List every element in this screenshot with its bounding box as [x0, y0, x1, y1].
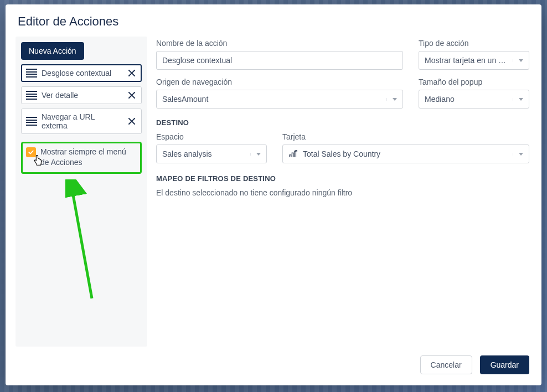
remove-action-icon[interactable] [127, 90, 137, 100]
select-popup-size[interactable]: Mediano [419, 90, 529, 109]
field-card: Tarjeta Total Sales by Country [282, 132, 529, 163]
section-head-filter-map: MAPEO DE FILTROS DE DESTINO [156, 174, 529, 183]
label-action-name: Nombre de la acción [156, 39, 403, 48]
field-nav-origin: Origen de navegación SalesAmount [156, 78, 403, 109]
chevron-down-icon [519, 153, 523, 156]
list-icon [26, 91, 37, 100]
select-value: Mediano [425, 95, 508, 104]
label-space: Espacio [156, 132, 267, 141]
chart-icon [288, 150, 298, 158]
label-card: Tarjeta [282, 132, 529, 141]
actions-editor-modal: Editor de Acciones Nueva Acción Desglose… [6, 4, 541, 385]
select-card[interactable]: Total Sales by Country [282, 145, 529, 163]
modal-title: Editor de Acciones [18, 14, 529, 29]
field-action-type: Tipo de acción Mostrar tarjeta en un … [419, 39, 529, 70]
label-nav-origin: Origen de navegación [156, 78, 403, 86]
chevron-down-icon [256, 153, 261, 156]
action-item-label: Navegar a URL externa [42, 112, 122, 130]
select-action-type[interactable]: Mostrar tarjeta en un … [419, 51, 529, 70]
chevron-down-icon [519, 98, 523, 101]
input-action-name[interactable] [156, 51, 403, 70]
remove-action-icon[interactable] [127, 68, 137, 78]
action-item-desglose[interactable]: Desglose contextual [21, 64, 142, 82]
checkbox-label: Mostrar siempre el menú de Acciones [40, 147, 136, 168]
label-popup-size: Tamaño del popup [419, 78, 529, 86]
cancel-button[interactable]: Cancelar [420, 355, 472, 374]
field-popup-size: Tamaño del popup Mediano [419, 78, 529, 109]
select-value: Sales analysis [162, 149, 246, 158]
select-nav-origin[interactable]: SalesAmount [156, 90, 403, 109]
action-item-label: Desglose contextual [42, 69, 122, 78]
modal-body: Nueva Acción Desglose contextual Ver det… [6, 37, 541, 347]
list-icon [26, 117, 37, 126]
new-action-button[interactable]: Nueva Acción [21, 42, 84, 60]
filter-note: El destino seleccionado no tiene configu… [156, 188, 529, 197]
modal-footer: Cancelar Guardar [6, 347, 541, 385]
action-item-label: Ver detalle [42, 91, 122, 100]
checkbox-checked-icon[interactable] [26, 147, 36, 157]
select-value: Mostrar tarjeta en un … [425, 56, 508, 65]
action-item-ver-detalle[interactable]: Ver detalle [21, 86, 142, 104]
chevron-down-icon [519, 59, 523, 62]
actions-sidebar: Nueva Acción Desglose contextual Ver det… [16, 37, 147, 347]
list-icon [26, 69, 37, 78]
select-space[interactable]: Sales analysis [156, 145, 267, 163]
field-space: Espacio Sales analysis [156, 132, 267, 163]
save-button[interactable]: Guardar [480, 355, 529, 374]
modal-header: Editor de Acciones [6, 4, 541, 37]
action-item-navegar-url[interactable]: Navegar a URL externa [21, 109, 142, 134]
action-form: Nombre de la acción Tipo de acción Mostr… [156, 37, 531, 347]
chevron-down-icon [393, 98, 397, 101]
remove-action-icon[interactable] [127, 116, 137, 126]
section-head-destino: DESTINO [156, 118, 529, 127]
select-value: SalesAmount [162, 95, 382, 104]
select-value: Total Sales by Country [303, 149, 380, 158]
always-show-menu-row[interactable]: Mostrar siempre el menú de Acciones [21, 142, 142, 174]
field-action-name: Nombre de la acción [156, 39, 403, 70]
label-action-type: Tipo de acción [419, 39, 529, 48]
